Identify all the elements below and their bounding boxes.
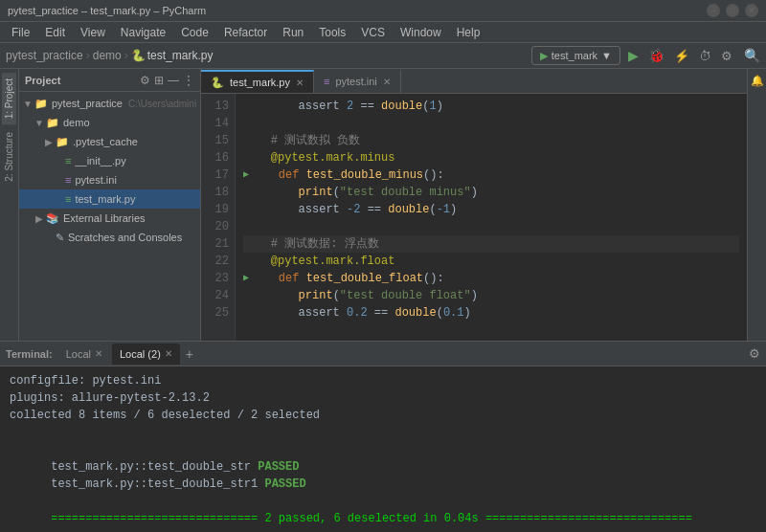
py-icon: 🐍 (211, 77, 224, 89)
run-button[interactable]: ▶ (626, 48, 641, 63)
arrow-icon: ▼ (34, 118, 44, 128)
folder-icon: 📁 (46, 117, 59, 129)
tree-item-root[interactable]: ▼ 📁 pytest_practice C:\Users\admini (19, 94, 200, 113)
main-area: 1: Project 2: Structure Project ⚙ ⊞ — ⋮ … (0, 69, 766, 341)
sidebar-item-project[interactable]: 1: Project (2, 73, 16, 124)
code-editor[interactable]: assert 2 == double(1) # 测试数拟 负数 @pytest.… (236, 94, 747, 341)
menu-run[interactable]: Run (275, 24, 311, 41)
arrow-icon (44, 233, 54, 243)
file-icon: 🐍 (131, 49, 146, 62)
tree-item-pytest-cache[interactable]: ▶ 📁 .pytest_cache (19, 132, 200, 151)
maximize-button[interactable]: □ (726, 4, 739, 17)
search-icon[interactable]: 🔍 (744, 48, 760, 63)
menu-navigate[interactable]: Navigate (113, 24, 173, 41)
run-config-icon: ▶ (540, 50, 548, 62)
terminal-text: test_mark.py::test_double_str1 (51, 477, 264, 491)
menu-file[interactable]: File (4, 24, 37, 41)
run-configuration[interactable]: ▶ test_mark ▼ (531, 46, 620, 65)
code-line-20 (243, 218, 739, 235)
project-panel: Project ⚙ ⊞ — ⋮ ▼ 📁 pytest_practice C:\U… (19, 69, 201, 341)
scratches-icon: ✎ (56, 232, 64, 244)
tab-test-mark[interactable]: 🐍 test_mark.py ✕ (201, 70, 314, 93)
menubar: File Edit View Navigate Code Refactor Ru… (0, 21, 766, 42)
terminal-line: collected 8 items / 6 deselected / 2 sel… (10, 407, 756, 424)
tree-item-demo[interactable]: ▼ 📁 demo (19, 113, 200, 132)
menu-code[interactable]: Code (173, 24, 216, 41)
terminal-add-button[interactable]: + (182, 346, 197, 362)
terminal-tab-local2[interactable]: Local (2) ✕ (112, 344, 180, 365)
tab-close-button[interactable]: ✕ (95, 348, 102, 359)
project-panel-title: Project (25, 75, 136, 86)
terminal-content[interactable]: configfile: pytest.ini plugins: allure-p… (0, 366, 766, 532)
code-line-13: assert 2 == double(1) (243, 98, 739, 115)
breadcrumb-file[interactable]: 🐍test_mark.py (131, 49, 214, 62)
breadcrumb-root[interactable]: pytest_practice (6, 49, 83, 62)
folder-icon: 📁 (56, 136, 69, 148)
terminal-line-prompt: C:\Users\administered\PycharmProjects\py… (10, 527, 756, 532)
minimize-button[interactable]: ─ (707, 4, 720, 17)
sidebar-item-structure[interactable]: 2: Structure (2, 126, 16, 188)
code-line-14 (243, 115, 739, 132)
terminal-settings-icon[interactable]: ⚙ (749, 346, 760, 361)
terminal-text: test_mark.py::test_double_str (51, 460, 258, 474)
code-line-24: print("test double float") (243, 287, 739, 304)
menu-window[interactable]: Window (393, 24, 449, 41)
profile-button[interactable]: ⏱ (697, 49, 713, 63)
tree-item-init[interactable]: ≡ __init__.py (19, 151, 200, 170)
close-button[interactable]: ✕ (745, 4, 758, 17)
arrow-icon (54, 194, 63, 205)
tree-item-pytest-ini[interactable]: ≡ pytest.ini (19, 170, 200, 189)
terminal-text: configfile: pytest.ini (10, 374, 161, 388)
panel-collapse-icon[interactable]: — (168, 74, 179, 87)
terminal-tab-local[interactable]: Local ✕ (58, 344, 110, 365)
code-line-17: ▶ def test_double_minus(): (243, 166, 739, 184)
terminal-text: plugins: allure-pytest-2.13.2 (10, 391, 210, 405)
panel-expand-icon[interactable]: ⊞ (154, 74, 164, 87)
breadcrumb: pytest_practice › demo › 🐍test_mark.py (6, 49, 528, 62)
project-panel-header: Project ⚙ ⊞ — ⋮ (19, 69, 200, 92)
debug-button[interactable]: 🐞 (646, 48, 666, 63)
tree-item-external-libs[interactable]: ▶ 📚 External Libraries (19, 209, 200, 228)
tree-item-label: pytest_practice (52, 98, 123, 109)
editor-tabs: 🐍 test_mark.py ✕ ≡ pytest.ini ✕ (201, 69, 747, 94)
code-line-19: assert -2 == double(-1) (243, 201, 739, 218)
arrow-icon (54, 156, 63, 166)
panel-settings-icon[interactable]: ⋮ (183, 74, 194, 87)
code-line-25: assert 0.2 == double(0.1) (243, 304, 739, 321)
tab-close-button[interactable]: ✕ (296, 78, 304, 88)
editor-area: 🐍 test_mark.py ✕ ≡ pytest.ini ✕ 13 14 15… (201, 69, 747, 341)
menu-vcs[interactable]: VCS (353, 24, 393, 41)
code-line-21: # 测试数据: 浮点数 (243, 235, 739, 253)
tab-label: Local (2) (120, 348, 161, 360)
terminal-line-passed1: test_mark.py::test_double_str PASSED (10, 441, 756, 458)
terminal-line (10, 424, 756, 441)
tree-item-label: pytest.ini (75, 174, 116, 186)
tab-pytest-ini[interactable]: ≡ pytest.ini ✕ (314, 70, 401, 93)
menu-view[interactable]: View (73, 24, 113, 41)
more-actions-button[interactable]: ⚙ (719, 49, 734, 63)
panel-options-icon[interactable]: ⚙ (140, 74, 150, 87)
notifications-icon[interactable]: 🔔 (749, 73, 766, 89)
editor-content: 13 14 15 16 17 18 19 20 21 22 23 24 25 a… (201, 94, 747, 341)
menu-edit[interactable]: Edit (37, 24, 73, 41)
tab-close-button[interactable]: ✕ (165, 348, 172, 359)
menu-tools[interactable]: Tools (311, 24, 353, 41)
terminal-label: Terminal: (6, 348, 53, 360)
breadcrumb-demo[interactable]: demo (93, 49, 122, 62)
terminal-text: collected 8 items / 6 deselected / 2 sel… (10, 409, 320, 422)
tree-item-scratches[interactable]: ✎ Scratches and Consoles (19, 228, 200, 247)
pass-status: PASSED (264, 477, 305, 491)
side-toolbar-right: 🔔 (747, 69, 766, 341)
tab-label: pytest.ini (335, 76, 376, 87)
line-numbers: 13 14 15 16 17 18 19 20 21 22 23 24 25 (201, 94, 236, 341)
terminal-tabs: Terminal: Local ✕ Local (2) ✕ + ⚙ (0, 342, 766, 366)
code-line-16: @pytest.mark.minus (243, 149, 739, 166)
library-icon: 📚 (46, 212, 59, 225)
coverage-button[interactable]: ⚡ (672, 49, 691, 63)
tab-close-button[interactable]: ✕ (383, 77, 391, 87)
menu-refactor[interactable]: Refactor (216, 24, 275, 41)
navbar: pytest_practice › demo › 🐍test_mark.py ▶… (0, 42, 766, 69)
tree-item-test-mark[interactable]: ≡ test_mark.py (19, 189, 200, 209)
menu-help[interactable]: Help (449, 24, 488, 41)
arrow-icon: ▶ (44, 137, 54, 147)
